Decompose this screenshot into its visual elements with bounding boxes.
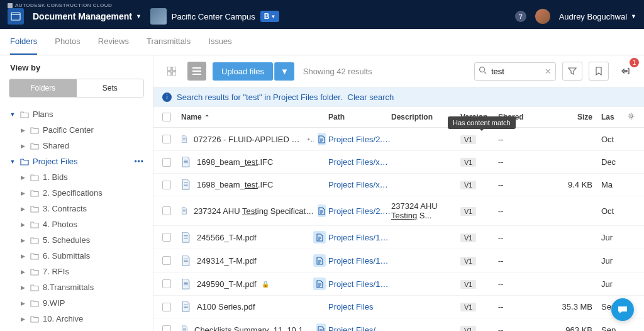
col-last[interactable]: Las	[592, 113, 624, 121]
tree-node[interactable]: ▼Project Files•••	[0, 154, 153, 169]
grid-view-button[interactable]	[162, 62, 181, 81]
help-icon[interactable]: ?	[515, 11, 526, 22]
path-link[interactable]: Project Files	[328, 302, 391, 311]
content-match-icon[interactable]	[316, 323, 326, 331]
table-row[interactable]: 237324 AHU Testing Specification Revised…	[153, 196, 644, 226]
tab-transmittals[interactable]: Transmittals	[147, 29, 191, 55]
upload-dropdown[interactable]: ▼	[274, 62, 294, 81]
tree-node[interactable]: ▶Shared	[0, 138, 153, 154]
shared-cell: --	[498, 135, 555, 144]
tree-node[interactable]: ▶10. Archive	[0, 311, 153, 327]
folder-icon	[20, 110, 29, 119]
row-checkbox[interactable]	[162, 256, 171, 265]
app-icon[interactable]	[8, 8, 24, 25]
table-row[interactable]: 249590_T-M.pdf🔒Project Files/13. Rhu...V…	[153, 272, 644, 296]
tree-actions[interactable]: •••	[134, 157, 144, 166]
shared-cell: --	[498, 256, 555, 266]
tab-reviews[interactable]: Reviews	[98, 29, 129, 55]
col-size[interactable]: Size	[555, 113, 592, 121]
file-name: Checklists Summary_11_10 10_44_44.269...	[194, 325, 314, 332]
upload-button[interactable]: Upload files	[213, 62, 273, 81]
avatar[interactable]	[535, 9, 550, 24]
tree-node[interactable]: ▶3. Contracts	[0, 201, 153, 216]
path-link[interactable]: Project Files/2. Spec...	[328, 135, 391, 144]
autodesk-logo-icon	[8, 3, 13, 8]
content-match-icon[interactable]	[318, 133, 326, 145]
table-row[interactable]: 072726 - FLUID-APPLIED MEMBRANE AI...•••…	[153, 128, 644, 151]
content-match-icon[interactable]	[313, 231, 326, 244]
view-sets-button[interactable]: Sets	[77, 79, 144, 97]
tab-folders[interactable]: Folders	[10, 29, 37, 55]
tree-node[interactable]: ▶6. Submittals	[0, 248, 153, 264]
path-link[interactable]: Project Files/13. Rhu...	[328, 279, 391, 289]
project-selector[interactable]: Pacific Center Campus B ▼	[150, 8, 280, 25]
folder-icon	[30, 267, 39, 276]
col-name[interactable]: Name ⌃	[181, 113, 328, 121]
row-checkbox[interactable]	[162, 233, 171, 242]
row-checkbox[interactable]	[162, 303, 171, 311]
table-row[interactable]: 1698_beam_test.IFCProject Files/x_MiscV1…	[153, 174, 644, 196]
export-button[interactable]: 1	[615, 62, 635, 81]
row-checkbox[interactable]	[162, 158, 171, 167]
table-row[interactable]: 1698_beam_test.IFCProject Files/x_Misc..…	[153, 151, 644, 174]
chat-fab[interactable]	[611, 298, 634, 321]
tab-photos[interactable]: Photos	[55, 29, 80, 55]
shared-cell: --	[498, 206, 555, 216]
file-icon	[181, 255, 191, 266]
tree-node[interactable]: ▶5. Schedules	[0, 232, 153, 248]
clear-search-icon[interactable]: ✕	[545, 67, 552, 76]
select-all-checkbox[interactable]	[162, 113, 171, 121]
tree-node[interactable]: ▶8.Transmittals	[0, 279, 153, 295]
path-link[interactable]: Project Files/x_Misc...	[328, 157, 391, 167]
results-text: Showing 42 results	[303, 67, 372, 76]
app-title[interactable]: Document Management ▼	[33, 11, 142, 21]
svg-rect-4	[172, 72, 176, 76]
filter-button[interactable]	[562, 62, 582, 81]
content-match-icon[interactable]	[313, 278, 326, 290]
table-row[interactable]: Checklists Summary_11_10 10_44_44.269...…	[153, 318, 644, 331]
path-link[interactable]: Project Files/13. Rhu...	[328, 233, 391, 242]
column-settings[interactable]	[627, 112, 635, 122]
table-row[interactable]: 245566_T-M.pdfProject Files/13. Rhu...V1…	[153, 226, 644, 249]
tree-node[interactable]: ▶2. Specifications	[0, 185, 153, 201]
path-link[interactable]: Project Files/13. Rhu...	[328, 256, 391, 266]
svg-rect-5	[192, 67, 201, 69]
view-folders-button[interactable]: Folders	[9, 79, 77, 97]
file-name-cell: 1698_beam_test.IFC	[181, 179, 328, 190]
folder-icon	[30, 142, 39, 150]
tab-issues[interactable]: Issues	[208, 29, 232, 55]
last-cell: Jur	[592, 256, 624, 266]
content-match-icon[interactable]	[318, 205, 326, 217]
path-link[interactable]: Project Files/2. Spec...	[328, 206, 391, 216]
row-checkbox[interactable]	[162, 206, 171, 215]
tree-node[interactable]: ▶1. Bids	[0, 169, 153, 185]
tree-label: 3. Contracts	[43, 204, 87, 213]
clear-search-link[interactable]: Clear search	[348, 93, 394, 102]
file-name: 237324 AHU Testing Specification Revised…	[194, 206, 315, 216]
row-checkbox[interactable]	[162, 135, 171, 143]
bookmark-button[interactable]	[589, 62, 609, 81]
chevron-down-icon: ▼	[631, 13, 636, 20]
table-row[interactable]: A100 Series.pdfProject FilesV1--35.3 MBS…	[153, 296, 644, 318]
chevron-right-icon: ▶	[19, 190, 26, 196]
row-actions[interactable]: •••	[308, 135, 314, 143]
tree-node[interactable]: ▶9.WIP	[0, 295, 153, 311]
row-checkbox[interactable]	[162, 279, 171, 288]
shared-cell: --	[498, 180, 555, 189]
list-view-button[interactable]	[187, 62, 206, 81]
path-link[interactable]: Project Files/Weloca...	[328, 325, 391, 332]
content-match-icon[interactable]	[313, 254, 326, 267]
col-path[interactable]: Path	[328, 113, 391, 121]
tree-node[interactable]: ▼Plans	[0, 106, 153, 122]
tree-node[interactable]: ▶4. Photos	[0, 216, 153, 232]
version-chip: V1	[460, 233, 476, 242]
path-link[interactable]: Project Files/x_Misc	[328, 180, 391, 189]
svg-rect-7	[192, 74, 201, 75]
user-menu[interactable]: Audrey Boguchwal ▼	[559, 12, 636, 21]
row-checkbox[interactable]	[162, 181, 171, 189]
tree-node[interactable]: ▶Pacific Center	[0, 122, 153, 138]
table-row[interactable]: 249314_T-M.pdfProject Files/13. Rhu...V1…	[153, 249, 644, 272]
file-name-cell: A100 Series.pdf	[181, 301, 328, 312]
tree-node[interactable]: ▶7. RFIs	[0, 264, 153, 279]
row-checkbox[interactable]	[162, 325, 171, 331]
